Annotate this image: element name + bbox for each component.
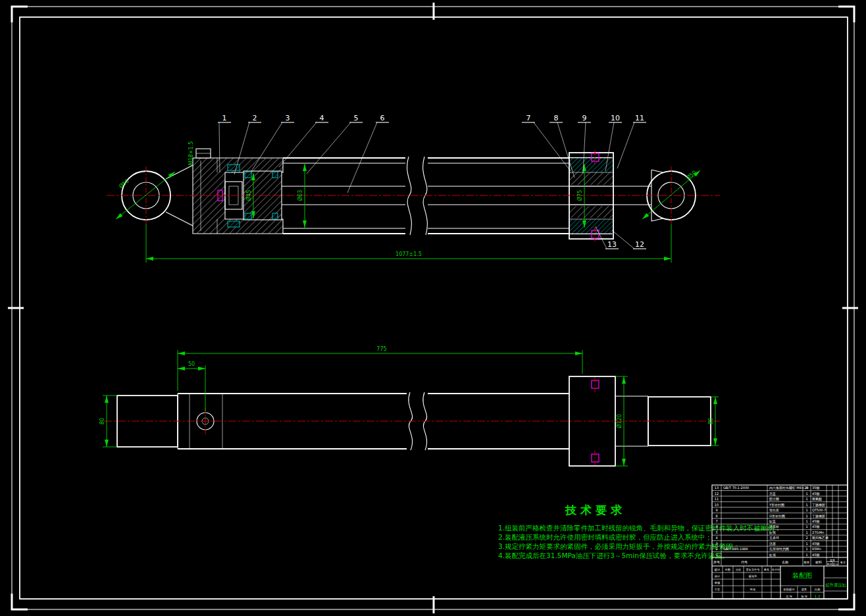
tb-value-scale: 1:2 xyxy=(815,594,821,598)
bottom-plan-view xyxy=(104,376,721,466)
bom-cell: 65Mn xyxy=(812,547,821,551)
tb-label-approve: 批准 xyxy=(750,588,756,591)
bom-cell: 压盖 xyxy=(769,492,776,496)
bom-header-name: 名称 xyxy=(782,560,788,564)
bom-cell: 1 xyxy=(805,497,807,501)
callout-13-label: 13 xyxy=(607,240,617,249)
bom-cell: GB/T 70.1-2000 xyxy=(723,486,749,490)
bom-cell: 1 xyxy=(805,492,807,496)
title-block: 标记 处数 分区 更改文件号 签名 年月日 设计 标准化 审核 工艺 批准 装配… xyxy=(712,566,848,599)
cad-drawing-sheet: Ø50 M18×1.5 Ø45 Ø63 Ø75 Ø50 1077±1.5 1 2… xyxy=(0,0,866,616)
bom-cell: 7 xyxy=(715,519,717,523)
bom-cell: 支承环 xyxy=(769,536,779,540)
corner-mark-tr xyxy=(838,7,854,22)
bom-cell: 1 xyxy=(805,547,807,551)
tb-label-sign: 签名 xyxy=(764,568,769,571)
bom-cell: 1 xyxy=(805,530,807,534)
bom-cell: 10 xyxy=(715,503,719,507)
bom-cell: 缸底 xyxy=(769,553,776,557)
tech-line-3: 3.规定拧紧力矩要求的紧固件，必须采用力矩扳手，并按规定的拧紧力矩紧固； xyxy=(498,542,740,550)
bom-cell: 1 xyxy=(805,525,807,528)
tech-line-4: 4.装配完成后在31.5MPa油压下进行3～5min保压试验，要求不允许渗漏。 xyxy=(498,552,728,559)
bom-cell: 8 xyxy=(715,514,717,518)
callout-12-label: 12 xyxy=(635,240,644,249)
bom-cell: 45钢 xyxy=(812,525,819,528)
dim-right-eye: Ø50 xyxy=(685,169,698,181)
dim-gland: Ø75 xyxy=(576,190,583,201)
bom-cell: 聚氨酯 xyxy=(812,497,822,501)
tb-label-sheets: 共 张 xyxy=(786,595,793,598)
bom-cell: 45钢 xyxy=(812,553,819,557)
tb-label-mark: 标记 xyxy=(715,568,721,572)
dim-plan-rod-block: 80 xyxy=(708,418,714,424)
bom-cell: 35钢 xyxy=(812,486,819,490)
bom-cell: 1 xyxy=(805,503,807,507)
tb-label-check: 审核 xyxy=(715,581,721,584)
dim-port: M18×1.5 xyxy=(188,141,194,166)
tb-label-zone: 分区 xyxy=(736,568,742,571)
dim-overall-length: 1077±1.5 xyxy=(395,251,422,257)
bom-cell: 2 xyxy=(805,536,807,540)
tb-label-process: 工艺 xyxy=(714,588,721,591)
bom-cell: 导向套 xyxy=(769,508,779,512)
bom-cell: 活塞 xyxy=(769,542,776,546)
dim-plan-left-height: 80 xyxy=(99,418,105,424)
tb-label-weight: 重量 xyxy=(802,588,807,591)
bom-cell: 1 xyxy=(805,542,807,546)
bom-cell: 缸盖 xyxy=(769,519,776,523)
bom-cell: 1 xyxy=(805,508,807,512)
bom-header-weight: 重量 xyxy=(830,559,835,562)
tech-line-1: 1.组装前严格检查并清除零件加工时残留的锐角、毛刺和异物，保证密封件装入时不被擦… xyxy=(498,524,781,532)
tb-label-sheet-no: 第 张 xyxy=(801,595,808,598)
dim-bore: Ø63 xyxy=(297,190,303,201)
main-section-view xyxy=(107,149,720,242)
bom-cell: 9 xyxy=(715,508,717,512)
dim-plan-flange: Ø120 xyxy=(616,414,623,428)
bom-cell: QT500-7 xyxy=(812,508,827,512)
bom-header-qty: 数量 xyxy=(804,561,809,564)
bom-cell: 45钢 xyxy=(812,542,819,546)
tb-label-date: 年月日 xyxy=(772,568,780,571)
bom-cell: 13 xyxy=(715,486,719,490)
bom-cell: Y形密封圈 xyxy=(769,503,784,507)
bom-cell: 1 xyxy=(805,514,807,518)
bom-cell: 缸筒 xyxy=(769,530,776,534)
callout-1-label: 1 xyxy=(222,114,227,122)
callout-9-label: 9 xyxy=(582,114,587,122)
tb-label-standard: 标准化 xyxy=(749,575,757,578)
cad-drawing-canvas: Ø50 M18×1.5 Ø45 Ø63 Ø75 Ø50 1077±1.5 1 2… xyxy=(0,0,866,616)
callout-11-label: 11 xyxy=(635,114,644,122)
dim-rod: Ø45 xyxy=(245,190,252,201)
callout-4-label: 4 xyxy=(320,114,324,122)
bom-cell: 1 xyxy=(805,519,807,523)
drawing-title: 起升液压缸 xyxy=(825,582,847,588)
bom-cell: GB/T 893-1986 xyxy=(723,547,748,551)
bom-header-remark: 备注 xyxy=(840,561,846,564)
bom-cell: 45钢 xyxy=(812,492,819,496)
dim-plan-port-offset: 50 xyxy=(188,361,195,367)
bom-cell: 6 xyxy=(715,525,717,528)
tb-label-stage: 阶段标记 xyxy=(784,588,796,592)
bom-cell: 丁腈橡胶 xyxy=(812,503,825,507)
tech-line-2: 2.装配液压系统时允许使用密封填料或密封胶，但应防止进入系统中； xyxy=(498,533,712,541)
tech-title: 技术要求 xyxy=(565,503,626,517)
bom-header-total: 总计 xyxy=(832,563,838,566)
bom-cell: 防尘圈 xyxy=(769,497,779,501)
tb-label-count: 处数 xyxy=(725,568,731,571)
callout-8-label: 8 xyxy=(554,114,559,122)
bom-cell: 1 xyxy=(805,553,807,557)
bom-cell: 孔用弹性挡圈 xyxy=(769,547,789,552)
callout-12: 12 xyxy=(612,230,646,249)
bom-cell: 12 xyxy=(715,492,719,496)
bom-cell: 2 xyxy=(715,547,717,551)
tb-label-change-doc: 更改文件号 xyxy=(746,568,761,571)
bom-cell: 内六角圆柱头螺钉 M8×20 xyxy=(769,486,809,490)
bom-header-material: 材料 xyxy=(815,560,822,565)
callout-6-label: 6 xyxy=(380,114,385,122)
tb-label-design: 设计 xyxy=(715,575,721,578)
corner-mark-br xyxy=(838,594,854,609)
callout-7-label: 7 xyxy=(526,114,531,122)
bom-cell: 活塞杆 xyxy=(769,525,779,529)
dim-plan-length: 775 xyxy=(376,346,386,352)
bom-header-code: 代号 xyxy=(741,560,748,564)
